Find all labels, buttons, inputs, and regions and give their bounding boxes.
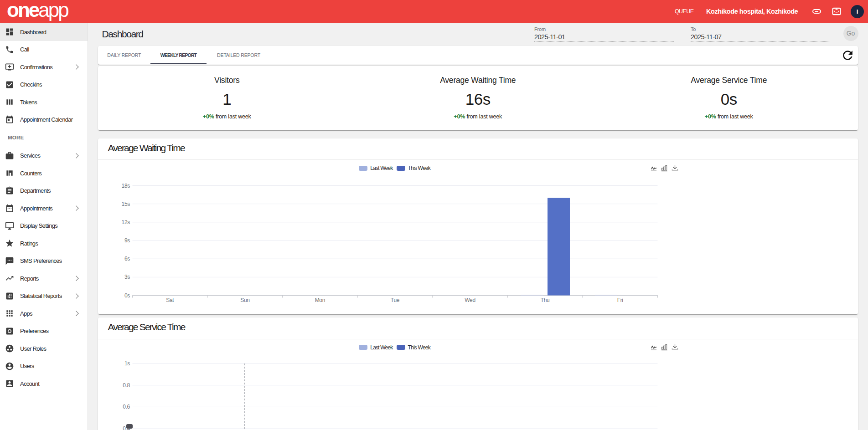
svg-text:9s: 9s bbox=[124, 237, 129, 244]
svg-text:Mon: Mon bbox=[315, 297, 325, 303]
svg-text:12s: 12s bbox=[121, 219, 130, 225]
svg-text:0s: 0s bbox=[124, 292, 129, 298]
svg-text:6s: 6s bbox=[124, 256, 129, 262]
svg-text:Tue: Tue bbox=[390, 297, 399, 303]
svg-text:Fri: Fri bbox=[617, 297, 623, 303]
svg-text:Wed: Wed bbox=[465, 297, 475, 303]
svg-text:3s: 3s bbox=[124, 274, 129, 280]
svg-text:Sat: Sat bbox=[166, 297, 174, 303]
svg-text:15s: 15s bbox=[121, 200, 130, 207]
svg-text:1s: 1s bbox=[124, 360, 129, 367]
svg-text:18s: 18s bbox=[121, 182, 130, 189]
svg-text:0.6: 0.6 bbox=[123, 404, 130, 410]
svg-text:0.8: 0.8 bbox=[123, 382, 130, 389]
svg-text:Thu: Thu bbox=[540, 297, 549, 303]
svg-text:Sun: Sun bbox=[240, 297, 249, 303]
